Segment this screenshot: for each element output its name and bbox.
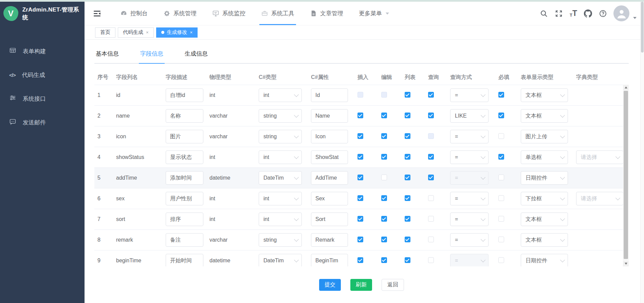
field-desc-input[interactable] <box>166 233 203 247</box>
cs-type-select[interactable]: string <box>259 109 302 123</box>
page-scrollbar-thumb[interactable] <box>641 2 644 53</box>
display-type-select[interactable]: 文本框 <box>521 213 568 226</box>
insert-checkbox[interactable] <box>357 195 363 201</box>
cs-type-select[interactable]: int <box>259 213 302 226</box>
cs-type-select[interactable]: int <box>259 150 302 164</box>
query-checkbox[interactable] <box>428 92 434 98</box>
cs-prop-input[interactable] <box>311 254 348 266</box>
avatar[interactable] <box>613 5 629 21</box>
display-type-select[interactable]: 日期控件 <box>521 254 568 266</box>
scroll-down-arrow[interactable] <box>623 261 629 266</box>
list-checkbox[interactable] <box>405 237 410 242</box>
query-mode-select[interactable]: = <box>450 150 489 164</box>
field-desc-input[interactable] <box>166 150 203 164</box>
tag-home[interactable]: 首页 <box>95 27 115 38</box>
query-checkbox[interactable] <box>428 216 434 222</box>
display-type-select[interactable]: 单选框 <box>521 150 568 164</box>
cs-prop-input[interactable] <box>311 88 348 102</box>
field-desc-input[interactable] <box>166 109 203 123</box>
required-checkbox[interactable] <box>498 92 504 98</box>
submit-button[interactable]: 提交 <box>319 279 341 291</box>
query-mode-select[interactable]: = <box>450 88 489 102</box>
cs-prop-input[interactable] <box>311 213 348 226</box>
sidebar-item-send-mail[interactable]: 发送邮件 <box>0 110 85 134</box>
tag-code-generation[interactable]: 代码生成 × <box>118 27 154 38</box>
insert-checkbox[interactable] <box>357 175 363 180</box>
required-checkbox[interactable] <box>498 237 504 242</box>
scrollbar-thumb[interactable] <box>624 91 628 259</box>
field-desc-input[interactable] <box>166 88 203 102</box>
list-checkbox[interactable] <box>405 195 410 201</box>
nav-item-system-tools[interactable]: 系统工具 <box>253 2 302 25</box>
collapse-menu-icon[interactable] <box>93 9 102 18</box>
tab-generate-info[interactable]: 生成信息 <box>183 50 209 63</box>
refresh-button[interactable]: 刷新 <box>350 279 372 291</box>
back-button[interactable]: 返回 <box>382 279 404 291</box>
list-checkbox[interactable] <box>405 175 410 180</box>
page-scrollbar[interactable] <box>640 2 644 303</box>
cs-prop-input[interactable] <box>311 192 348 205</box>
cs-prop-input[interactable] <box>311 150 348 164</box>
table-scrollbar[interactable] <box>623 85 629 266</box>
caret-down-icon[interactable] <box>633 17 637 19</box>
list-checkbox[interactable] <box>405 113 410 118</box>
field-desc-input[interactable] <box>166 192 203 205</box>
list-checkbox[interactable] <box>405 92 410 98</box>
edit-checkbox[interactable] <box>381 175 387 180</box>
nav-item-system-monitor[interactable]: 系统监控 <box>204 2 253 25</box>
query-mode-select[interactable]: = <box>450 130 489 143</box>
insert-checkbox[interactable] <box>357 133 363 139</box>
display-type-select[interactable]: 日期控件 <box>521 171 568 185</box>
query-checkbox[interactable] <box>428 237 434 242</box>
cs-prop-input[interactable] <box>311 171 348 185</box>
field-desc-input[interactable] <box>166 254 203 266</box>
nav-item-article-manage[interactable]: 文章管理 <box>302 2 351 25</box>
display-type-select[interactable]: 文本框 <box>521 233 568 247</box>
sidebar-item-code-gen[interactable]: </> 代码生成 <box>0 63 85 87</box>
query-mode-select[interactable]: = <box>450 213 489 226</box>
required-checkbox[interactable] <box>498 257 504 263</box>
required-checkbox[interactable] <box>498 154 504 160</box>
insert-checkbox[interactable] <box>357 237 363 242</box>
cs-prop-input[interactable] <box>311 109 348 123</box>
query-checkbox[interactable] <box>428 195 434 201</box>
close-icon[interactable]: × <box>190 30 193 35</box>
dict-type-select[interactable]: 请选择 <box>576 192 623 205</box>
insert-checkbox[interactable] <box>357 216 363 222</box>
help-icon[interactable] <box>599 9 607 18</box>
query-mode-select[interactable]: = <box>450 233 489 247</box>
cs-type-select[interactable]: DateTime <box>259 254 302 266</box>
list-checkbox[interactable] <box>405 216 410 222</box>
insert-checkbox[interactable] <box>357 257 363 263</box>
display-type-select[interactable]: 文本框 <box>521 88 568 102</box>
list-checkbox[interactable] <box>405 133 410 139</box>
cs-type-select[interactable]: string <box>259 233 302 247</box>
scroll-up-arrow[interactable] <box>623 85 629 90</box>
cs-prop-input[interactable] <box>311 130 348 143</box>
edit-checkbox[interactable] <box>381 257 387 263</box>
display-type-select[interactable]: 文本框 <box>521 109 568 123</box>
field-desc-input[interactable] <box>166 171 203 185</box>
required-checkbox[interactable] <box>498 175 504 180</box>
query-mode-select[interactable]: LIKE <box>450 109 489 123</box>
search-icon[interactable] <box>540 9 548 18</box>
required-checkbox[interactable] <box>498 216 504 222</box>
query-checkbox[interactable] <box>428 175 434 180</box>
edit-checkbox[interactable] <box>381 154 387 160</box>
cs-type-select[interactable]: DateTime <box>259 171 302 185</box>
nav-item-system-manage[interactable]: 系统管理 <box>155 2 204 25</box>
edit-checkbox[interactable] <box>381 216 387 222</box>
query-checkbox[interactable] <box>428 154 434 160</box>
nav-item-dashboard[interactable]: 控制台 <box>112 2 155 25</box>
sidebar-item-form-builder[interactable]: 表单构建 <box>0 39 85 63</box>
insert-checkbox[interactable] <box>357 113 363 118</box>
edit-checkbox[interactable] <box>381 133 387 139</box>
cs-prop-input[interactable] <box>311 233 348 247</box>
list-checkbox[interactable] <box>405 154 410 160</box>
display-type-select[interactable]: 下拉框 <box>521 192 568 205</box>
display-type-select[interactable]: 图片上传 <box>521 130 568 143</box>
app-logo[interactable]: V ZrAdmin.NET-管理系统 <box>0 2 85 25</box>
query-mode-select[interactable]: = <box>450 192 489 205</box>
required-checkbox[interactable] <box>498 195 504 201</box>
insert-checkbox[interactable] <box>357 154 363 160</box>
